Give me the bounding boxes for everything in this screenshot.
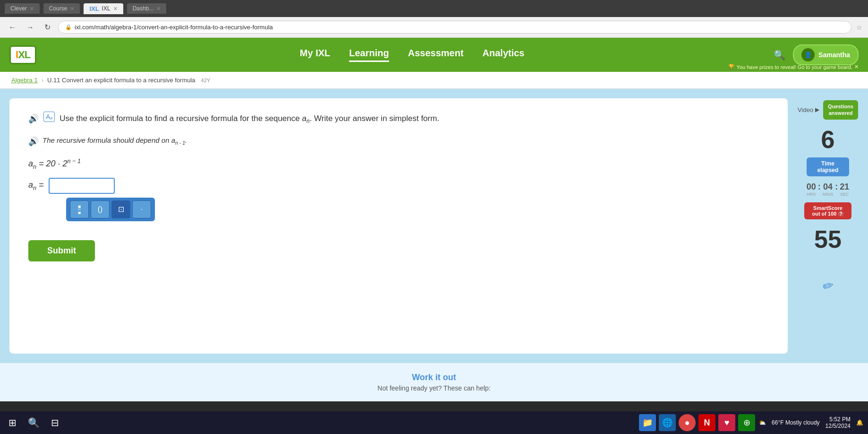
taskbar-pinned-apps: 📁 🌐 ● N ♥ ⊕ bbox=[639, 414, 755, 431]
timer-hours: 00 bbox=[807, 182, 816, 192]
audio-button[interactable]: 🔊 bbox=[28, 113, 39, 124]
work-it-out-subtitle: Not feeling ready yet? These can help: bbox=[19, 384, 849, 392]
ixl-navigation: My IXL Learning Assessment Analytics bbox=[51, 48, 774, 62]
play-icon: ▶ bbox=[815, 106, 819, 113]
task-view-icon: ⊟ bbox=[51, 417, 59, 428]
timer-seconds: 21 bbox=[840, 182, 849, 192]
bracket-button[interactable]: ⊡ bbox=[111, 200, 130, 218]
right-sidebar: Video ▶ Questionsanswered 6 Timeelapsed … bbox=[797, 98, 859, 354]
tab-ixl-indicator: IXL bbox=[89, 5, 99, 12]
dot-button[interactable]: · bbox=[132, 200, 151, 218]
timer-hours-label: HRS bbox=[807, 192, 816, 197]
tab-close-dashb[interactable]: ✕ bbox=[156, 6, 161, 12]
questions-answered-button[interactable]: Questionsanswered bbox=[823, 100, 858, 120]
smartscore-button[interactable]: SmartScoreout of 100 ? bbox=[804, 202, 851, 219]
hint-text: The recursive formula should depend on a… bbox=[43, 136, 187, 146]
nav-analytics[interactable]: Analytics bbox=[483, 48, 525, 62]
translate-button[interactable]: Aₐ bbox=[43, 113, 55, 121]
tab-clever[interactable]: Clever ✕ bbox=[5, 3, 40, 14]
fraction-button[interactable]: ■ ■ bbox=[70, 200, 89, 218]
tab-label-course: Course bbox=[49, 5, 68, 12]
bracket-icon: ⊡ bbox=[118, 205, 124, 214]
avatar: 👤 bbox=[801, 48, 815, 61]
tab-label-ixl: IXL bbox=[102, 5, 111, 12]
chrome-icon[interactable]: ● bbox=[679, 414, 696, 431]
tab-label-clever: Clever bbox=[10, 5, 27, 12]
refresh-button[interactable]: ↻ bbox=[42, 21, 53, 34]
breadcrumb-subject[interactable]: Algebra 1 bbox=[11, 77, 38, 84]
work-section: Work it out Not feeling ready yet? These… bbox=[0, 363, 868, 401]
answer-row: an = bbox=[28, 178, 769, 194]
tab-dashb[interactable]: Dashb... ✕ bbox=[127, 3, 167, 14]
user-menu-button[interactable]: 👤 Samantha bbox=[793, 44, 859, 65]
notification-icon[interactable]: 🔔 bbox=[856, 419, 863, 426]
back-button[interactable]: ← bbox=[6, 21, 19, 34]
hint-audio-button[interactable]: 🔊 bbox=[28, 136, 39, 147]
breadcrumb-topic: U.11 Convert an explicit formula to a re… bbox=[47, 77, 196, 84]
submit-button[interactable]: Submit bbox=[28, 240, 95, 261]
work-it-out-title[interactable]: Work it out bbox=[19, 373, 849, 382]
timer-seconds-label: SEC bbox=[840, 192, 849, 197]
main-content-area: 🔊 Aₐ Use the explicit formula to find a … bbox=[0, 89, 868, 363]
given-formula: an = 20 · 2n − 1 bbox=[28, 158, 769, 170]
question-header: 🔊 Aₐ Use the explicit formula to find a … bbox=[28, 113, 769, 126]
address-bar[interactable]: 🔒 ixl.com/math/algebra-1/convert-an-expl… bbox=[58, 21, 851, 34]
refresh-icon: ↻ bbox=[44, 23, 51, 31]
task-view-button[interactable]: ⊟ bbox=[47, 415, 63, 430]
time-elapsed-button[interactable]: Timeelapsed bbox=[807, 157, 849, 176]
netflix-icon[interactable]: N bbox=[698, 414, 715, 431]
answer-label: an = bbox=[28, 180, 44, 191]
windows-icon: ⊞ bbox=[9, 417, 17, 428]
question-panel: 🔊 Aₐ Use the explicit formula to find a … bbox=[9, 98, 788, 354]
ixl-logo[interactable]: IXL bbox=[9, 45, 36, 64]
weather-text: 66°F Mostly cloudy bbox=[772, 419, 820, 426]
breadcrumb-separator: › bbox=[42, 77, 43, 84]
timer-hours-unit: 00 HRS bbox=[807, 182, 816, 197]
ixl-header: IXL My IXL Learning Assessment Analytics… bbox=[0, 38, 868, 72]
address-bar-row: ← → ↻ 🔒 ixl.com/math/algebra-1/convert-a… bbox=[0, 17, 868, 38]
clock-date: 12/5/2024 bbox=[825, 423, 851, 429]
xbox-icon[interactable]: ⊕ bbox=[738, 414, 755, 431]
prize-text: You have prizes to reveal! Go to your ga… bbox=[737, 64, 852, 70]
secure-icon: 🔒 bbox=[65, 24, 72, 30]
parentheses-button[interactable]: () bbox=[91, 200, 110, 218]
nav-learning[interactable]: Learning bbox=[349, 48, 389, 62]
bookmark-icon[interactable]: ☆ bbox=[856, 24, 862, 31]
nav-assessment[interactable]: Assessment bbox=[408, 48, 464, 62]
breadcrumb: Algebra 1 › U.11 Convert an explicit for… bbox=[0, 72, 868, 89]
video-link[interactable]: Video ▶ bbox=[798, 106, 819, 113]
avatar-icon: 👤 bbox=[805, 52, 812, 58]
dot-icon: · bbox=[141, 205, 143, 214]
close-prize-icon[interactable]: ✕ bbox=[854, 64, 859, 70]
search-button[interactable]: 🔍 bbox=[774, 49, 785, 61]
tab-label-dashb: Dashb... bbox=[133, 5, 154, 12]
hint-audio-icon: 🔊 bbox=[28, 137, 39, 146]
windows-start-button[interactable]: ⊞ bbox=[5, 415, 20, 430]
video-label: Video bbox=[798, 106, 813, 113]
answer-input[interactable] bbox=[49, 178, 115, 194]
edge-browser-icon[interactable]: 🌐 bbox=[659, 414, 676, 431]
math-toolbar: ■ ■ () ⊡ · bbox=[66, 198, 155, 221]
file-explorer-icon[interactable]: 📁 bbox=[639, 414, 656, 431]
logo-xl: XL bbox=[18, 49, 30, 61]
iheart-icon[interactable]: ♥ bbox=[718, 414, 735, 431]
translate-icon: Aₐ bbox=[43, 112, 55, 122]
paren-icon: () bbox=[98, 205, 103, 214]
browser-chrome: Clever ✕ Course ✕ IXL IXL ✕ Dashb... ✕ bbox=[0, 0, 868, 17]
tab-close-clever[interactable]: ✕ bbox=[30, 6, 34, 12]
score-display: 55 bbox=[814, 225, 842, 253]
forward-button[interactable]: → bbox=[24, 21, 37, 34]
trophy-icon: 🏆 bbox=[728, 64, 735, 70]
tab-close-ixl[interactable]: ✕ bbox=[113, 6, 118, 12]
url-text: ixl.com/math/algebra-1/convert-an-explic… bbox=[75, 24, 844, 31]
pencil-icon[interactable]: ✏ bbox=[821, 277, 835, 295]
tab-close-course[interactable]: ✕ bbox=[70, 6, 74, 12]
audio-icon: 🔊 bbox=[28, 114, 39, 123]
search-taskbar-icon: 🔍 bbox=[28, 417, 40, 428]
nav-myixl[interactable]: My IXL bbox=[300, 48, 330, 62]
username-label: Samantha bbox=[818, 51, 850, 59]
questions-count: 6 bbox=[821, 127, 835, 152]
tab-course[interactable]: Course ✕ bbox=[43, 3, 80, 14]
tab-ixl[interactable]: IXL IXL ✕ bbox=[84, 3, 123, 14]
search-taskbar-button[interactable]: 🔍 bbox=[24, 415, 43, 430]
